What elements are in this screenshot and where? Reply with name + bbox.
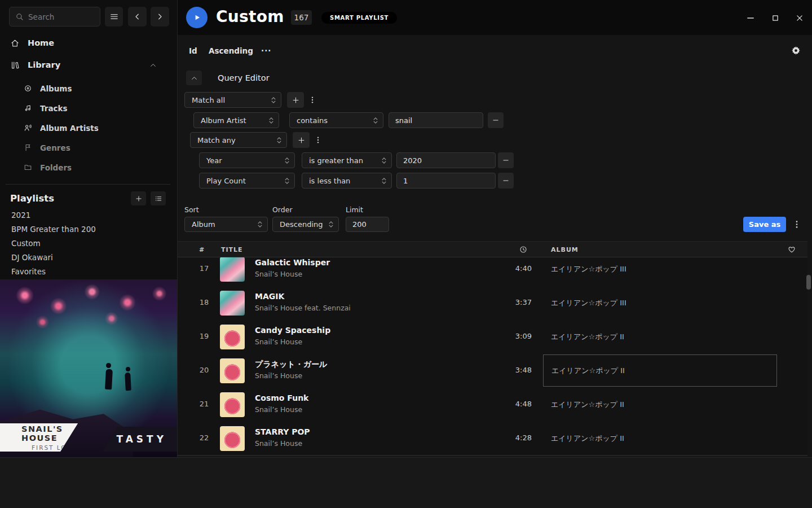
save-as-button[interactable]: Save as <box>743 217 786 232</box>
track-artist[interactable]: Snail’s House <box>255 439 302 448</box>
track-title[interactable]: プラネット・ガール <box>255 360 327 370</box>
playlist-item[interactable]: 2021 <box>0 208 177 222</box>
save-options-button[interactable] <box>792 217 802 232</box>
track-album[interactable]: エイリアン☆ポップ II <box>551 366 625 376</box>
search-input[interactable] <box>28 12 90 21</box>
track-album[interactable]: エイリアン☆ポップ II <box>551 400 624 410</box>
track-row[interactable]: 20 プラネット・ガール Snail’s House 3:48 エイリアン☆ポッ… <box>178 354 807 388</box>
remove-group-rule-button[interactable] <box>498 173 514 189</box>
playlist-item[interactable]: Favorites <box>0 264 177 278</box>
playlist-view-button[interactable] <box>151 191 166 205</box>
sort-select[interactable]: Album <box>184 217 268 232</box>
nav-forward-button[interactable] <box>151 7 169 27</box>
track-title[interactable]: Candy Spaceship <box>255 326 330 335</box>
track-artist[interactable]: Snail’s House <box>255 405 302 414</box>
search-input-wrapper[interactable] <box>9 7 100 27</box>
add-rule-button[interactable] <box>287 92 304 108</box>
track-album[interactable]: エイリアン☆ポップ II <box>551 332 624 342</box>
track-album[interactable]: エイリアン☆ポップ III <box>551 264 626 274</box>
add-playlist-button[interactable] <box>131 191 146 205</box>
sidebar-library-item[interactable]: Albums <box>0 78 177 98</box>
album-cell[interactable]: エイリアン☆ポップ II <box>543 388 777 421</box>
track-title[interactable]: Galactic Whisper <box>255 258 330 267</box>
limit-label: Limit <box>346 205 363 214</box>
window-close-button[interactable] <box>795 13 805 23</box>
match-all-select[interactable]: Match all <box>184 92 281 108</box>
track-row[interactable]: 22 STARRY POP Snail’s House 4:28 エイリアン☆ポ… <box>178 422 807 455</box>
list-sort-direction-button[interactable]: Ascending <box>209 46 253 55</box>
group-rule-field-select[interactable]: Play Count <box>199 173 295 189</box>
track-row[interactable]: 21 Cosmo Funk Snail’s House 4:48 エイリアン☆ポ… <box>178 388 807 422</box>
column-header-album[interactable]: ALBUM <box>551 246 579 253</box>
chevron-up-icon[interactable] <box>149 62 157 69</box>
heart-icon[interactable] <box>787 245 796 254</box>
sidebar-library-item[interactable]: Tracks <box>0 98 177 118</box>
window-minimize-button[interactable] <box>745 13 756 23</box>
remove-rule-button[interactable] <box>488 112 504 128</box>
playlist-item[interactable]: Custom <box>0 236 177 250</box>
now-playing-artwork[interactable]: SNAIL'S HOUSE FIRST LOVE TASTY <box>0 279 177 457</box>
group-rule-value-text: 2020 <box>403 156 422 165</box>
track-duration: 4:48 <box>487 400 532 408</box>
track-album[interactable]: エイリアン☆ポップ II <box>551 433 624 444</box>
album-cell[interactable]: エイリアン☆ポップ III <box>543 257 777 285</box>
rule-group-options-button[interactable] <box>308 92 317 108</box>
group-rule-operator-select[interactable]: is less than <box>302 173 392 189</box>
playlist-item[interactable]: DJ Okawari <box>0 250 177 264</box>
playlist-item-label: Favorites <box>11 267 46 276</box>
order-select[interactable]: Descending <box>272 217 339 232</box>
track-row[interactable]: 17 Galactic Whisper Snail’s House 4:40 エ… <box>178 257 807 286</box>
gear-icon[interactable] <box>791 45 801 56</box>
query-editor-collapse-button[interactable] <box>186 71 202 85</box>
track-title[interactable]: STARRY POP <box>255 427 310 436</box>
library-item-label: Tracks <box>40 104 68 113</box>
track-artist[interactable]: Snail’s House feat. Sennzai <box>255 304 351 312</box>
list-more-options-button[interactable]: ··· <box>261 46 271 55</box>
rule-value-input[interactable]: snail <box>389 112 483 128</box>
track-artist[interactable]: Snail’s House <box>255 371 302 380</box>
rule-field-select[interactable]: Album Artist <box>193 112 279 128</box>
artwork-figure <box>105 369 113 390</box>
sidebar-menu-button[interactable] <box>105 7 123 27</box>
track-artist[interactable]: Snail’s House <box>255 270 302 278</box>
playlist-item[interactable]: BPM Greater than 200 <box>0 222 177 236</box>
sidebar-library-item[interactable]: Folders <box>0 157 177 177</box>
column-header-index[interactable]: # <box>199 246 205 253</box>
sidebar-item-home[interactable]: Home <box>0 34 177 51</box>
play-playlist-button[interactable] <box>186 7 208 28</box>
sidebar-item-library[interactable]: Library <box>0 56 177 73</box>
limit-input[interactable]: 200 <box>346 217 389 232</box>
track-row[interactable]: 19 Candy Spaceship Snail’s House 3:09 エイ… <box>178 320 807 354</box>
track-artist[interactable]: Snail’s House <box>255 338 302 346</box>
track-title[interactable]: Cosmo Funk <box>255 393 308 402</box>
group-rule-operator-value: is less than <box>309 177 350 185</box>
group-rule-value-input[interactable]: 1 <box>396 173 496 189</box>
album-cell[interactable]: エイリアン☆ポップ II <box>543 422 777 454</box>
nav-back-button[interactable] <box>128 7 147 27</box>
group-options-button[interactable] <box>314 132 323 148</box>
artwork-figure <box>126 367 130 371</box>
album-cell[interactable]: エイリアン☆ポップ II <box>543 321 777 353</box>
group-rule-field-select[interactable]: Year <box>199 152 295 168</box>
library-item-label: Genres <box>40 143 70 152</box>
track-row[interactable]: 18 MAGIK Snail’s House feat. Sennzai 3:3… <box>178 286 807 320</box>
group-rule-operator-select[interactable]: is greater than <box>302 152 392 168</box>
remove-group-rule-button[interactable] <box>498 152 514 168</box>
group-rule-value-input[interactable]: 2020 <box>396 152 496 168</box>
add-group-rule-button[interactable] <box>293 132 310 148</box>
sidebar-library-item[interactable]: Genres <box>0 138 177 157</box>
track-duration: 3:48 <box>487 366 532 374</box>
column-header-title[interactable]: TITLE <box>221 246 243 253</box>
album-cell[interactable]: エイリアン☆ポップ III <box>543 287 777 319</box>
match-any-select[interactable]: Match any <box>190 132 287 148</box>
vertical-scrollbar-thumb[interactable] <box>806 275 811 290</box>
track-count-badge: 167 <box>291 10 312 25</box>
sidebar-library-item[interactable]: Album Artists <box>0 118 177 138</box>
clock-icon[interactable] <box>519 245 528 254</box>
track-album[interactable]: エイリアン☆ポップ III <box>551 298 626 308</box>
list-sort-field-button[interactable]: Id <box>189 46 197 55</box>
track-title[interactable]: MAGIK <box>255 292 284 301</box>
window-maximize-button[interactable] <box>770 13 780 23</box>
album-cell[interactable]: エイリアン☆ポップ II <box>543 354 777 387</box>
rule-operator-select[interactable]: contains <box>289 112 383 128</box>
